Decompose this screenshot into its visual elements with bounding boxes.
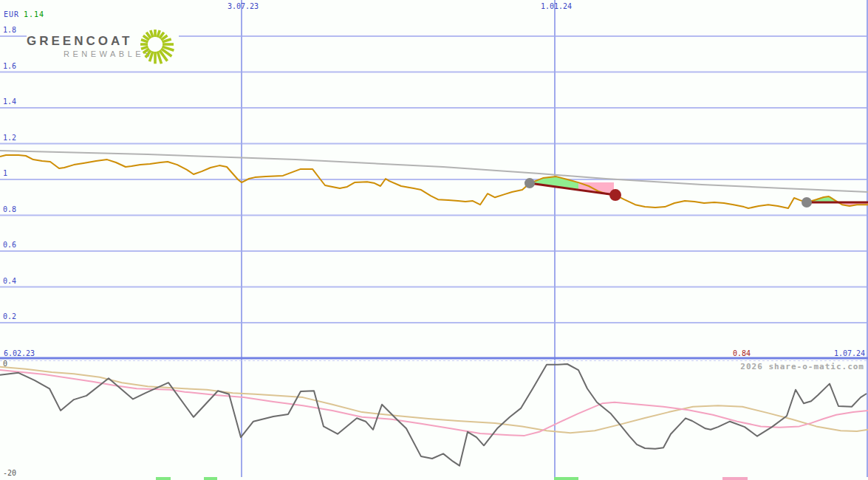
last-price: 1.14 [24,10,44,18]
latest-price-label: 0.84 [733,349,751,358]
x-axis-start-date: 6.02.23 [4,349,35,358]
sunburst-icon [131,21,179,68]
signal-bar [156,477,171,480]
trend-end-dot [609,189,621,201]
signal-bar [204,477,217,480]
trend-start-dot [524,178,535,188]
currency-label: EUR [4,10,19,18]
price-chart-canvas[interactable] [0,0,868,480]
greencoat-logo: GREENCOAT RENEWABLES [27,21,179,68]
oscillator-main-gray [0,364,867,466]
trend-start-dot-2 [802,197,812,208]
oscillator-slow-tan [0,367,868,433]
logo-title: GREENCOAT [27,34,132,49]
watermark: 2026 share-o-matic.com [740,362,864,371]
chart-window: EUR1.14 GREENCOAT RENEWABLES 6.02.23 0.8… [0,0,868,480]
quote-readout: EUR1.14 [4,10,49,18]
signal-bar [554,477,578,480]
long-term-trend [0,151,868,192]
signal-bar [722,477,748,480]
share-price [0,155,868,208]
oscillator-signal-pink [0,370,868,436]
x-axis-end-date: 1.07.24 [834,349,865,358]
